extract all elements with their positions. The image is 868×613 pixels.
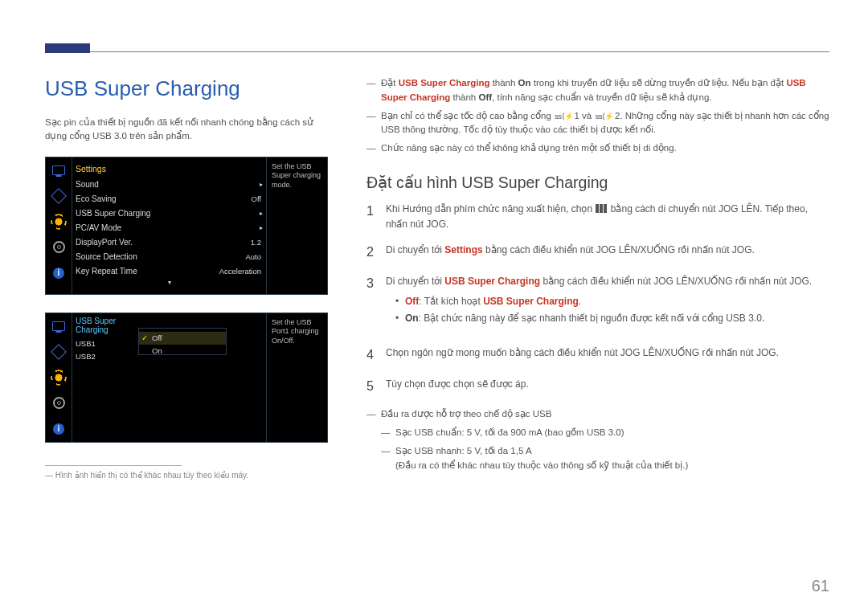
osd-row-value: 1.2: [251, 238, 263, 247]
step: 4 Chọn ngôn ngữ mong muốn bằng cách điều…: [366, 345, 829, 366]
chevron-right-icon: ▸: [260, 210, 263, 217]
monitor-icon: [46, 157, 72, 183]
step-number: 2: [366, 243, 386, 263]
osd-row-value: Acceleration: [219, 267, 263, 276]
osd-help-text: Set the USB Port1 charging On/Off.: [266, 313, 327, 442]
osd-row: USB Super Charging▸: [72, 206, 266, 221]
osd-row: Key Repeat TimeAcceleration: [72, 264, 266, 279]
section-title: USB Super Charging: [45, 76, 328, 101]
osd-row-label: Sound: [76, 180, 260, 189]
note-line: ― Đặt USB Super Charging thành On trong …: [366, 76, 829, 105]
osd-sub-item: USB2: [76, 350, 138, 363]
step-number: 4: [366, 345, 386, 366]
osd-row-value: Auto: [245, 252, 263, 261]
ss-port-icon: ss⟨⚡: [595, 111, 614, 123]
note-line: ― Chức năng sạc này có thể không khả dụn…: [366, 141, 829, 156]
output-line: ― Sạc USB nhanh: 5 V, tối đa 1,5 A (Đầu …: [366, 444, 829, 473]
footnote-rule: [45, 465, 182, 466]
manual-page: USB Super Charging Sạc pin của thiết bị …: [0, 0, 868, 613]
osd-help-text: Set the USB Super charging mode.: [266, 157, 327, 294]
osd-row: DisplayPort Ver.1.2: [72, 235, 266, 250]
gear-icon: [46, 235, 72, 260]
step-number: 1: [366, 202, 386, 231]
page-number: 61: [812, 577, 829, 595]
osd-nav-rail: i: [46, 313, 72, 442]
osd-row-label: PC/AV Mode: [76, 223, 260, 232]
step-number: 3: [366, 274, 386, 334]
keyword: USB Super Charging: [399, 78, 490, 88]
left-column: USB Super Charging Sạc pin của thiết bị …: [45, 76, 328, 480]
osd-option-label: Off: [152, 333, 162, 342]
step: 3 Di chuyển tới USB Super Charging bằng …: [366, 274, 829, 334]
osd-row: Eco SavingOff: [72, 192, 266, 206]
osd-sub-item: USB1: [76, 337, 138, 350]
top-rule: [45, 51, 829, 52]
ss-port-icon: ss⟨⚡: [555, 111, 574, 123]
osd-row-label: DisplayPort Ver.: [76, 238, 251, 247]
step-number: 5: [366, 377, 386, 397]
osd-row-label: Eco Saving: [76, 194, 252, 203]
bullet: •Off: Tắt kích hoạt USB Super Charging.: [395, 294, 829, 309]
osd-header: Settings: [72, 162, 266, 178]
keyword: On: [405, 313, 419, 324]
osd-row-label: Source Detection: [76, 252, 245, 261]
osd-row-label: USB Super Charging: [76, 209, 260, 218]
osd-option-label: On: [152, 346, 162, 355]
osd-row-label: Key Repeat Time: [76, 267, 219, 276]
note-line: ― Bạn chỉ có thể sạc tốc độ cao bằng cổn…: [366, 109, 829, 138]
keyword: USB Super Charging: [444, 276, 540, 287]
osd-row-value: Off: [252, 194, 264, 203]
monitor-icon: [46, 313, 72, 339]
keyword: Off: [478, 92, 492, 102]
gear-icon: [46, 390, 72, 416]
keyword: USB Super Charging: [483, 296, 579, 307]
osd-row: Source DetectionAuto: [72, 250, 266, 264]
step: 5 Tùy chọn được chọn sẽ được áp.: [366, 377, 829, 397]
osd-row: PC/AV Mode▸: [72, 221, 266, 235]
diamond-icon: [46, 183, 72, 209]
intro-text: Sạc pin của thiết bị nguồn đã kết nối nh…: [45, 116, 328, 144]
osd-settings-screenshot: i Settings Sound▸ Eco SavingOff USB Supe…: [45, 157, 328, 295]
osd-usb-super-charging-screenshot: i USB Super Charging USB1 USB2 ✓Off On S…: [45, 313, 328, 443]
keyword: On: [518, 78, 531, 88]
keyword: Settings: [444, 244, 482, 255]
sun-icon: [46, 365, 72, 390]
sun-icon: [46, 209, 72, 235]
bullet-list: •Off: Tắt kích hoạt USB Super Charging. …: [386, 294, 829, 326]
diamond-icon: [46, 339, 72, 365]
keyword: Off: [405, 296, 419, 307]
step: 2 Di chuyển tới Settings bằng cách điều …: [366, 243, 829, 263]
chevron-right-icon: ▸: [260, 181, 263, 188]
osd-sub-list: USB Super Charging USB1 USB2: [72, 313, 138, 442]
osd-sub-options: ✓Off On: [138, 328, 227, 355]
output-lead: ― Đầu ra được hỗ trợ theo chế độ sạc USB: [366, 407, 829, 422]
chevron-down-icon: ▾: [72, 279, 266, 289]
osd-sub-header: USB Super Charging: [76, 317, 138, 334]
osd-nav-rail: i: [46, 157, 72, 294]
osd-row: Sound▸: [72, 178, 266, 192]
jog-icon: [596, 204, 607, 213]
check-icon: ✓: [141, 333, 148, 342]
output-line: ― Sạc USB chuẩn: 5 V, tối đa 900 mA (bao…: [366, 426, 829, 440]
footnote-text: ― Hình ảnh hiển thị có thể khác nhau tùy…: [45, 471, 328, 480]
osd-option-selected: ✓Off: [139, 332, 226, 345]
info-icon: i: [46, 416, 72, 442]
right-column: ― Đặt USB Super Charging thành On trong …: [366, 76, 829, 477]
info-icon: i: [46, 260, 72, 286]
bullet: •On: Bật chức năng này để sạc nhanh thiế…: [395, 311, 829, 326]
chevron-right-icon: ▸: [260, 224, 263, 231]
top-accent-block: [45, 43, 90, 53]
osd-settings-list: Settings Sound▸ Eco SavingOff USB Super …: [72, 157, 266, 294]
subsection-title: Đặt cấu hình USB Super Charging: [366, 174, 829, 192]
osd-option: On: [139, 345, 226, 358]
step: 1 Khi Hướng dẫn phím chức năng xuất hiện…: [366, 202, 829, 231]
